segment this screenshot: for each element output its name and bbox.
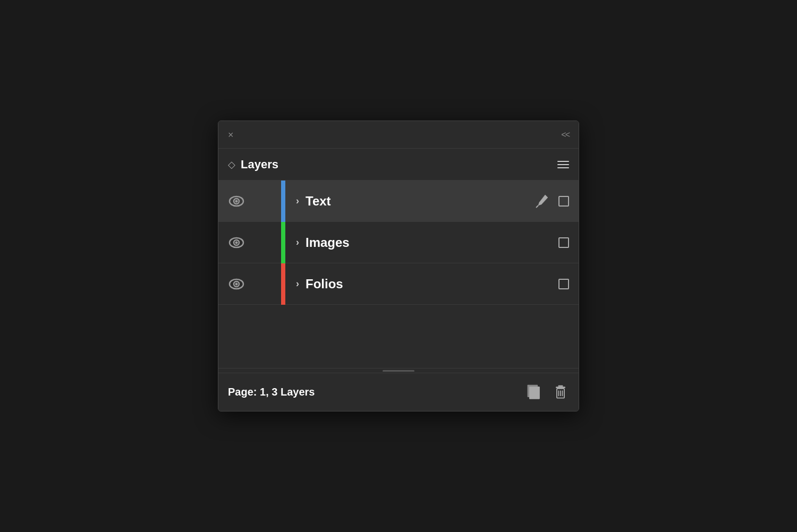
layers-panel: × << ◇ Layers [218,121,579,411]
svg-point-9 [235,282,238,285]
svg-rect-14 [558,385,563,387]
svg-rect-12 [529,387,540,399]
layer-row[interactable]: › Text [218,181,579,222]
svg-point-2 [235,200,238,202]
layer-label-folios: Folios [306,277,343,291]
close-icon[interactable]: × [228,130,234,140]
pen-nib-icon[interactable] [534,194,549,209]
svg-rect-13 [556,387,565,388]
layer-name-col-text: › Text [285,194,534,209]
color-bar-folios [281,263,285,305]
layer-actions-folios [558,279,579,289]
panel-title: Layers [241,158,278,171]
panel-footer: Page: 1, 3 Layers [218,373,579,411]
scroll-hint [218,368,579,373]
eye-col-text [218,195,255,207]
svg-line-3 [536,205,538,208]
scroll-indicator [383,370,414,372]
title-bar-left: × [228,130,234,140]
layer-checkbox-text[interactable] [558,196,569,207]
layers-empty-area [218,305,579,368]
layer-name-col-images: › Images [285,235,558,250]
menu-icon[interactable] [557,161,569,168]
eye-col-images [218,237,255,248]
panel-header-left: ◇ Layers [228,158,278,171]
eye-col-folios [218,278,255,290]
layer-actions-text [534,194,579,209]
color-bar-text [281,181,285,222]
diamond-icon: ◇ [228,159,235,170]
layer-name-col-folios: › Folios [285,277,558,291]
collapse-icon[interactable]: << [561,130,569,140]
title-bar: × << [218,121,579,149]
visibility-icon[interactable] [228,195,244,207]
visibility-icon[interactable] [228,237,244,248]
footer-actions [525,384,569,401]
chevron-right-icon[interactable]: › [296,237,299,248]
layer-actions-images [558,237,579,248]
new-layer-icon[interactable] [525,384,542,401]
svg-point-6 [235,241,238,244]
layer-label-images: Images [306,235,350,250]
visibility-icon[interactable] [228,278,244,290]
color-bar-images [281,222,285,263]
layer-checkbox-folios[interactable] [558,279,569,289]
chevron-right-icon[interactable]: › [296,278,299,289]
layer-label-text: Text [306,194,331,209]
layers-list: › Text [218,181,579,305]
panel-header: ◇ Layers [218,149,579,181]
chevron-right-icon[interactable]: › [296,195,299,207]
layer-row[interactable]: › Folios [218,263,579,305]
delete-layer-icon[interactable] [552,384,569,401]
page-status: Page: 1, 3 Layers [228,386,315,398]
layer-checkbox-images[interactable] [558,237,569,248]
layer-row[interactable]: › Images [218,222,579,263]
